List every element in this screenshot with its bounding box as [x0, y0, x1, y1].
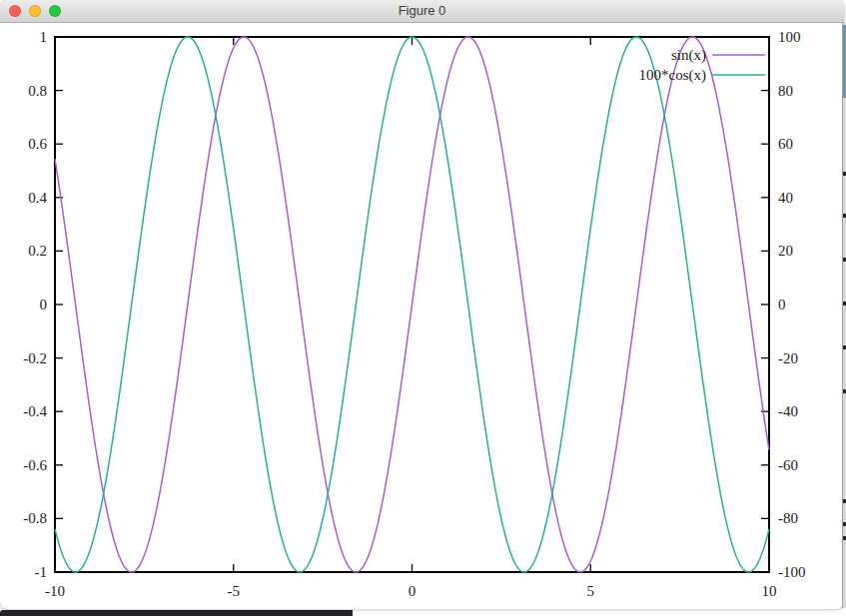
x-tick-label: -5	[228, 583, 241, 599]
x-tick-label: 10	[762, 583, 777, 599]
legend-label: 100*cos(x)	[639, 67, 707, 84]
y-left-tick-label: -0.8	[23, 510, 47, 526]
y-right-tick-label: -20	[778, 350, 798, 366]
gnuplot-window: -10-5051010.80.60.40.20-0.2-0.4-0.6-0.8-…	[0, 0, 844, 609]
y-left-tick-label: 0.2	[28, 243, 47, 259]
background-window-right-edge	[842, 23, 846, 608]
y-left-tick-label: 0.4	[28, 190, 47, 206]
plot-canvas: -10-5051010.80.60.40.20-0.2-0.4-0.6-0.8-…	[0, 0, 844, 609]
y-right-tick-label: -80	[778, 510, 798, 526]
x-tick-label: 5	[587, 583, 595, 599]
y-right-tick-label: 40	[778, 190, 793, 206]
x-tick-label: 0	[409, 583, 417, 599]
y-right-tick-label: -40	[778, 403, 798, 419]
y-right-tick-label: -100	[778, 564, 806, 580]
y-right-tick-label: 20	[778, 243, 793, 259]
y-right-tick-label: 80	[778, 83, 793, 99]
y-right-tick-label: -60	[778, 457, 798, 473]
x-tick-label: -10	[45, 583, 65, 599]
y-right-tick-label: 0	[778, 297, 786, 312]
legend-label: sin(x)	[671, 47, 706, 64]
y-right-tick-label: 100	[778, 29, 801, 45]
curve-sin	[55, 37, 769, 572]
window-titlebar[interactable]: Figure 0	[0, 0, 844, 23]
y-left-tick-label: 1	[40, 29, 48, 45]
y-left-tick-label: 0.6	[28, 136, 47, 152]
y-left-tick-label: -0.6	[23, 457, 47, 473]
window-title: Figure 0	[0, 0, 844, 22]
y-left-tick-label: -0.4	[23, 403, 47, 419]
close-button[interactable]	[9, 5, 21, 17]
background-window-bottom-edge	[0, 610, 353, 616]
zoom-button[interactable]	[49, 5, 61, 17]
y-left-tick-label: -0.2	[23, 350, 47, 366]
minimize-button[interactable]	[29, 5, 41, 17]
y-left-tick-label: -1	[35, 564, 48, 580]
window-controls	[9, 5, 61, 17]
y-left-tick-label: 0.8	[28, 83, 47, 99]
y-right-tick-label: 60	[778, 136, 793, 152]
y-left-tick-label: 0	[40, 297, 48, 312]
